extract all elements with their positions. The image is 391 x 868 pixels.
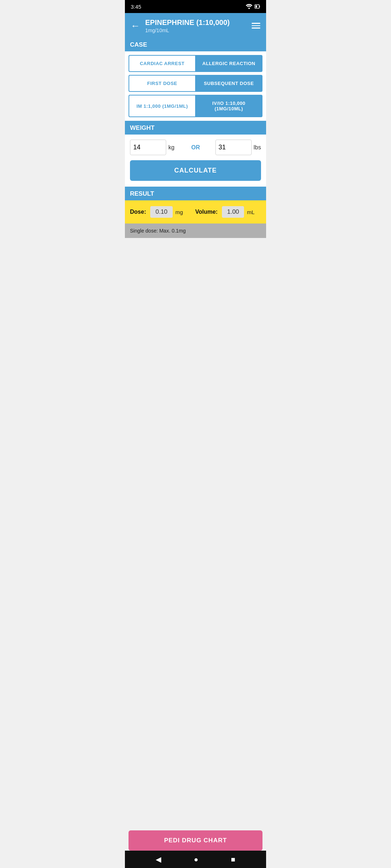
first-dose-button[interactable]: FIRST DOSE <box>129 75 195 92</box>
weight-inputs: kg OR lbs <box>125 135 266 155</box>
battery-icon <box>255 4 260 9</box>
dose-unit: mg <box>176 209 190 215</box>
case-row-3: IM 1:1,000 (1MG/1ML) IV/IO 1:10,000 (1MG… <box>125 92 266 121</box>
svg-rect-3 <box>256 5 257 8</box>
menu-button[interactable] <box>252 23 260 29</box>
im-route-button[interactable]: IM 1:1,000 (1MG/1ML) <box>129 95 195 117</box>
result-section-header: RESULT <box>125 187 266 200</box>
weight-kg-input[interactable] <box>130 140 166 155</box>
lbs-label: lbs <box>254 144 261 151</box>
back-button[interactable]: ← <box>131 20 140 31</box>
status-bar: 3:45 <box>125 0 266 13</box>
cardiac-arrest-button[interactable]: CARDIAC ARREST <box>129 55 195 72</box>
result-row: Dose: 0.10 mg Volume: 1.00 mL <box>125 200 266 224</box>
kg-label: kg <box>168 144 175 151</box>
case-row-1: CARDIAC ARREST ALLERGIC REACTION <box>125 51 266 72</box>
volume-value: 1.00 <box>222 206 244 218</box>
status-icons <box>246 4 260 9</box>
svg-point-0 <box>248 8 250 9</box>
main-content: CASE CARDIAC ARREST ALLERGIC REACTION FI… <box>125 38 266 238</box>
toolbar-title-group: EPINEPHRINE (1:10,000) 1mg/10mL <box>145 18 247 33</box>
case-row-2: FIRST DOSE SUBSEQUENT DOSE <box>125 72 266 92</box>
volume-unit: mL <box>247 209 261 215</box>
case-section: CASE CARDIAC ARREST ALLERGIC REACTION FI… <box>125 38 266 122</box>
toolbar-title: EPINEPHRINE (1:10,000) <box>145 18 247 27</box>
wifi-icon <box>246 4 252 9</box>
case-section-header: CASE <box>125 38 266 51</box>
weight-section-header: WEIGHT <box>125 122 266 135</box>
weight-section: WEIGHT kg OR lbs CALCULATE <box>125 122 266 187</box>
volume-label: Volume: <box>195 209 218 215</box>
dose-label: Dose: <box>130 209 146 215</box>
dose-value: 0.10 <box>150 206 172 218</box>
weight-lbs-input[interactable] <box>215 140 252 155</box>
calculate-button[interactable]: CALCULATE <box>130 160 261 181</box>
toolbar-subtitle: 1mg/10mL <box>145 27 247 33</box>
iv-io-route-button[interactable]: IV/IO 1:10,000 (1MG/10ML) <box>195 95 262 117</box>
result-note: Single dose: Max. 0.1mg <box>125 224 266 238</box>
svg-rect-2 <box>259 6 260 7</box>
toolbar: ← EPINEPHRINE (1:10,000) 1mg/10mL <box>125 13 266 38</box>
result-section: RESULT Dose: 0.10 mg Volume: 1.00 mL Sin… <box>125 187 266 238</box>
allergic-reaction-button[interactable]: ALLERGIC REACTION <box>195 55 262 72</box>
subsequent-dose-button[interactable]: SUBSEQUENT DOSE <box>195 75 262 92</box>
status-time: 3:45 <box>131 4 141 10</box>
or-label: OR <box>178 144 213 151</box>
